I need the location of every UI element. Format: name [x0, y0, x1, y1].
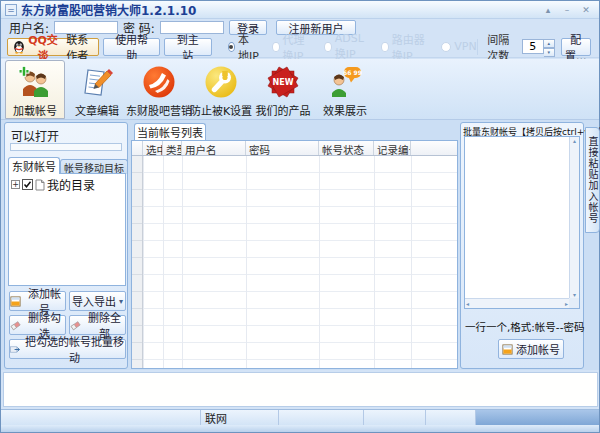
ribbon-item-label: 我们的产品	[256, 102, 311, 118]
tree-expand-icon[interactable]: +	[11, 180, 20, 189]
row-selector-header	[132, 141, 143, 155]
tree-item-label: 我的目录	[47, 176, 95, 193]
help-button[interactable]: 使用帮助	[103, 38, 159, 56]
interval-spinner: ▴ ▾	[522, 39, 555, 54]
add-card-icon	[502, 344, 513, 355]
open-status-label: 可以打开	[11, 127, 59, 144]
accounts-left-panel: 可以打开 东财帐号 帐号移动目标 +	[4, 122, 128, 369]
interval-input[interactable]	[522, 39, 544, 54]
document-edit-icon	[80, 64, 114, 100]
spin-down-icon[interactable]: ▾	[544, 48, 555, 57]
account-list-panel: 当前帐号列表 选中 类型 用户名 密码 帐号状态 记录编号	[131, 122, 458, 369]
import-export-button[interactable]: 导入导出 ▾	[69, 291, 126, 311]
statusbar-segment	[279, 410, 364, 425]
add-card-icon	[10, 296, 21, 307]
batch-accounts-input[interactable]	[466, 138, 568, 297]
scrollbar-corner	[569, 298, 579, 308]
column-header-checked[interactable]: 选中	[143, 141, 163, 155]
ribbon-our-products[interactable]: NEW 我们的产品	[253, 60, 313, 119]
column-header-status[interactable]: 帐号状态	[319, 141, 374, 155]
ribbon-toolbar: 加载帐号 文章编辑	[1, 59, 599, 120]
app-icon: =	[5, 4, 17, 16]
batch-add-account-label: 添加帐号	[516, 341, 560, 357]
window-bottom-edge	[1, 425, 599, 432]
batch-paste-panel: 批量东财帐号【拷贝后按ctrl+v粘贴】 ▴ ▾ ◂ ▸ 一行一个,格式:帐号-…	[460, 122, 584, 369]
quote-person-icon: 66 99	[328, 64, 362, 100]
radio-router-ip: 路由器换IP	[381, 31, 428, 63]
radio-circle-icon	[228, 42, 235, 52]
log-area	[3, 372, 598, 407]
delete-all-button[interactable]: 删除全部	[69, 315, 126, 335]
close-button[interactable]: ✕	[581, 5, 591, 15]
main-site-button[interactable]: 到主站	[164, 38, 212, 56]
radio-circle-icon	[381, 42, 388, 52]
ribbon-eastmoney-marketing[interactable]: 东财股吧营销	[129, 60, 189, 119]
scroll-left-icon[interactable]: ◂	[466, 300, 469, 307]
tab-account-move-target[interactable]: 帐号移动目标	[60, 159, 128, 174]
column-header-password[interactable]: 密码	[246, 141, 319, 155]
wrench-icon	[204, 64, 238, 100]
add-account-button[interactable]: 添加帐号	[9, 291, 66, 311]
row-selector-column	[132, 156, 143, 368]
minimize-button[interactable]: –	[562, 5, 572, 15]
column-header-type[interactable]: 类型	[163, 141, 182, 155]
radio-local-ip[interactable]: 本地IP	[228, 31, 259, 63]
ribbon-item-label: 防止被K设置	[190, 102, 252, 118]
column-header-record-id[interactable]: 记录编号	[374, 141, 411, 155]
chevron-down-icon: ▾	[119, 297, 123, 306]
batch-move-label: 把勾选的帐号批量移动	[24, 333, 125, 365]
tab-eastmoney-accounts[interactable]: 东财帐号	[8, 157, 60, 174]
radio-circle-icon	[324, 42, 331, 52]
table-row-lines	[132, 156, 457, 368]
batch-add-account-button[interactable]: 添加帐号	[498, 339, 564, 359]
tab-direct-paste-accounts[interactable]: 直接粘贴加入帐号	[585, 127, 600, 233]
ip-mode-radio-group: 本地IP 代理换IP ADSL换IP 路由器换IP VPN	[228, 31, 477, 63]
ribbon-article-edit[interactable]: 文章编辑	[67, 60, 127, 119]
statusbar-network: 联网	[201, 410, 279, 425]
eraser-icon	[10, 320, 21, 331]
scroll-up-icon[interactable]: ▴	[573, 137, 576, 144]
scroll-down-icon[interactable]: ▾	[573, 291, 576, 298]
qq-contact-button[interactable]: QQ交谈 联系作者	[7, 38, 99, 56]
checkbox-checked-icon[interactable]	[22, 179, 33, 190]
statusbar-segment	[426, 410, 476, 425]
statusbar-progress	[476, 410, 599, 425]
ribbon-results-showcase[interactable]: 66 99 效果展示	[315, 60, 375, 119]
svg-text:66 99: 66 99	[343, 69, 362, 76]
vertical-scrollbar[interactable]: ▴ ▾	[569, 137, 579, 298]
rollup-button[interactable]: ▴	[543, 5, 553, 15]
move-arrow-icon	[10, 345, 21, 354]
folder-page-icon	[35, 179, 45, 191]
contact-author-label: 联系作者	[61, 31, 93, 63]
batch-move-button[interactable]: 把勾选的帐号批量移动	[9, 339, 126, 359]
side-tab-label: 直接粘贴加入帐号	[585, 136, 600, 224]
main-area: 可以打开 东财帐号 帐号移动目标 +	[1, 120, 599, 370]
statusbar-segment	[1, 410, 201, 425]
new-badge-text: NEW	[273, 78, 294, 87]
ribbon-load-accounts[interactable]: 加载帐号	[5, 60, 65, 119]
spin-up-icon[interactable]: ▴	[544, 39, 555, 48]
new-badge-icon: NEW	[266, 64, 300, 100]
horizontal-scrollbar[interactable]: ◂ ▸	[465, 298, 569, 308]
eraser-icon	[70, 320, 81, 331]
account-tree: + 我的目录	[8, 173, 126, 286]
scroll-right-icon[interactable]: ▸	[565, 300, 568, 307]
column-header-username[interactable]: 用户名	[182, 141, 246, 155]
progress-strip	[10, 143, 122, 151]
account-table: 选中 类型 用户名 密码 帐号状态 记录编号	[131, 140, 458, 369]
ribbon-item-label: 加载帐号	[13, 102, 57, 118]
status-bar: 联网	[1, 409, 599, 425]
users-add-icon	[18, 64, 52, 100]
ribbon-item-label: 文章编辑	[75, 102, 119, 118]
column-header-filler	[411, 141, 457, 155]
config-button[interactable]: 配置...	[561, 38, 591, 56]
format-hint-label: 一行一个,格式:帐号--密码	[465, 319, 584, 334]
tree-item-my-directory[interactable]: + 我的目录	[9, 174, 125, 193]
radio-circle-icon	[441, 42, 451, 52]
qq-chat-label: QQ交谈	[28, 31, 58, 63]
delete-checked-button[interactable]: 删除勾选	[9, 315, 66, 335]
tab-current-account-list[interactable]: 当前帐号列表	[134, 123, 206, 140]
interval-label: 间隔次数	[487, 31, 515, 63]
ribbon-item-label: 效果展示	[323, 102, 367, 118]
ribbon-anti-ban-settings[interactable]: 防止被K设置	[191, 60, 251, 119]
